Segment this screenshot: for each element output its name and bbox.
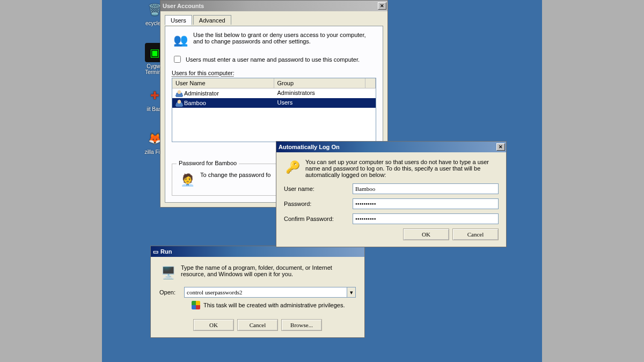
close-button[interactable]: ✕ bbox=[378, 2, 386, 10]
tab-advanced[interactable]: Advanced bbox=[193, 15, 231, 25]
listview-header: User Name Group bbox=[172, 78, 376, 88]
dropdown-arrow-icon[interactable]: ▾ bbox=[347, 287, 356, 298]
confirm-password-input[interactable] bbox=[353, 213, 499, 224]
user-key-icon: 🧑‍💼 bbox=[179, 172, 196, 189]
column-header-username[interactable]: User Name bbox=[172, 78, 274, 88]
password-input[interactable] bbox=[353, 198, 499, 209]
close-button[interactable]: ✕ bbox=[496, 143, 505, 151]
cell-username: Administrator bbox=[184, 90, 219, 97]
autologon-intro-text: You can set up your computer so that use… bbox=[305, 159, 499, 178]
browse-button[interactable]: Browse... bbox=[281, 319, 322, 331]
cell-username: Bamboo bbox=[184, 100, 206, 106]
password-label: Password: bbox=[284, 201, 348, 207]
username-label: User name: bbox=[284, 186, 348, 192]
user-icon bbox=[175, 90, 183, 97]
ok-button[interactable]: OK bbox=[403, 228, 449, 240]
user-accounts-titlebar[interactable]: User Accounts ✕ bbox=[160, 1, 387, 11]
run-icon: 🖥️ bbox=[159, 264, 177, 282]
username-input[interactable] bbox=[353, 183, 499, 194]
autologon-dialog: Automatically Log On ✕ 🔑 You can set up … bbox=[276, 141, 507, 247]
admin-note-text: This task will be created with administr… bbox=[203, 302, 345, 308]
run-intro-text: Type the name of a program, folder, docu… bbox=[181, 264, 356, 282]
run-titlebar[interactable]: ▭ Run bbox=[151, 246, 364, 257]
users-listview[interactable]: User Name Group Administrator Administra… bbox=[172, 78, 376, 142]
open-combobox[interactable]: ▾ bbox=[184, 287, 356, 298]
cell-group: Administrators bbox=[274, 89, 366, 98]
column-header-group[interactable]: Group bbox=[274, 78, 366, 88]
tab-users[interactable]: Users bbox=[165, 15, 192, 25]
window-title: Automatically Log On bbox=[279, 144, 340, 150]
users-intro-text: Use the list below to grant or deny user… bbox=[193, 32, 376, 49]
open-label: Open: bbox=[159, 289, 181, 295]
shield-icon bbox=[192, 301, 200, 309]
cell-group: Users bbox=[274, 99, 366, 107]
run-window: ▭ Run 🖥️ Type the name of a program, fol… bbox=[150, 246, 365, 338]
run-app-icon: ▭ bbox=[153, 248, 158, 255]
column-header-spacer bbox=[365, 78, 376, 88]
password-groupbox-text: To change the password fo bbox=[200, 172, 270, 189]
cancel-button[interactable]: Cancel bbox=[237, 319, 278, 331]
open-input[interactable] bbox=[184, 287, 347, 298]
user-icon bbox=[175, 99, 183, 107]
ok-button[interactable]: OK bbox=[193, 319, 234, 331]
autologon-titlebar[interactable]: Automatically Log On ✕ bbox=[276, 142, 506, 152]
user-accounts-tabbar: Users Advanced bbox=[165, 14, 383, 26]
users-icon: 👥 bbox=[172, 32, 189, 49]
key-icon: 🔑 bbox=[284, 159, 301, 176]
confirm-password-label: Confirm Password: bbox=[284, 216, 348, 222]
require-password-checkbox[interactable] bbox=[174, 56, 181, 63]
listview-row[interactable]: Bamboo Users bbox=[172, 98, 376, 108]
users-list-label: Users for this computer: bbox=[172, 70, 376, 76]
require-password-label: Users must enter a user name and passwor… bbox=[186, 56, 360, 63]
window-title: User Accounts bbox=[163, 3, 204, 9]
window-title: Run bbox=[160, 248, 172, 255]
listview-row[interactable]: Administrator Administrators bbox=[172, 88, 376, 98]
cancel-button[interactable]: Cancel bbox=[452, 228, 499, 240]
password-groupbox-legend: Password for Bamboo bbox=[177, 160, 239, 166]
